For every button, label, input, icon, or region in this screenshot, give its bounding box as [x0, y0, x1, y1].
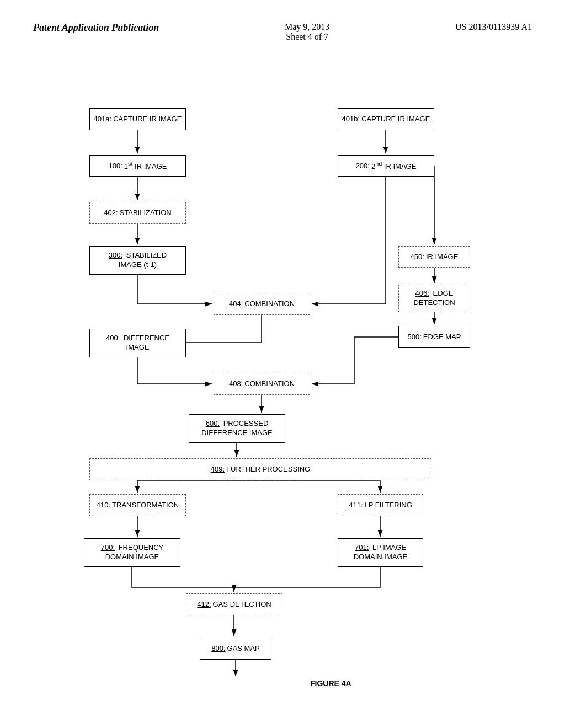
- box-411: 411: LP FILTERING: [338, 494, 423, 516]
- page: Patent Application Publication May 9, 20…: [0, 0, 565, 728]
- box-500: 500: EDGE MAP: [398, 326, 470, 348]
- text-800: GAS MAP: [227, 644, 260, 654]
- label-410: 410:: [97, 501, 110, 510]
- text-700b: DOMAIN IMAGE: [105, 553, 159, 562]
- date-label: May 9, 2013: [285, 22, 329, 32]
- label-412: 412:: [197, 600, 211, 609]
- box-300: 300: STABILIZED IMAGE (t-1): [89, 246, 186, 275]
- diagram: 401a: CAPTURE IR IMAGE 401b: CAPTURE IR …: [45, 75, 520, 704]
- text-401a: CAPTURE IR IMAGE: [113, 115, 182, 124]
- label-402: 402:: [104, 208, 118, 218]
- text-200: 2nd IR IMAGE: [371, 160, 416, 172]
- text-400b: IMAGE: [126, 343, 150, 352]
- text-411: LP FILTERING: [365, 501, 412, 510]
- box-401b: 401b: CAPTURE IR IMAGE: [338, 108, 434, 130]
- text-410: TRANSFORMATION: [112, 501, 179, 510]
- label-450: 450:: [411, 253, 424, 262]
- label-408: 408:: [229, 379, 243, 389]
- text-450: IR IMAGE: [426, 253, 459, 262]
- text-700a: FREQUENCY: [119, 543, 164, 552]
- label-100: 100:: [108, 162, 122, 171]
- figure-caption-text: FIGURE 4A: [310, 679, 351, 688]
- label-406: 406:: [415, 289, 429, 297]
- label-409: 409:: [211, 465, 225, 474]
- text-600a: PROCESSED: [223, 419, 269, 427]
- box-410: 410: TRANSFORMATION: [89, 494, 186, 516]
- label-200: 200:: [356, 162, 370, 171]
- patent-number: US 2013/0113939 A1: [455, 22, 532, 31]
- label-401b: 401b:: [342, 115, 360, 124]
- label-400: 400:: [106, 334, 120, 342]
- box-100: 100: 1st IR IMAGE: [89, 155, 186, 177]
- publication-label: Patent Application Publication: [33, 22, 159, 33]
- header: Patent Application Publication May 9, 20…: [33, 22, 532, 42]
- box-412: 412: GAS DETECTION: [186, 593, 282, 615]
- text-701b: DOMAIN IMAGE: [354, 553, 408, 562]
- box-200: 200: 2nd IR IMAGE: [338, 155, 434, 177]
- header-left: Patent Application Publication: [33, 22, 159, 34]
- text-701a: LP IMAGE: [372, 543, 406, 552]
- box-701: 701: LP IMAGE DOMAIN IMAGE: [338, 538, 423, 567]
- text-402: STABILIZATION: [120, 208, 172, 218]
- box-406: 406: EDGE DETECTION: [398, 285, 470, 312]
- text-412: GAS DETECTION: [213, 600, 271, 609]
- box-409: 409: FURTHER PROCESSING: [89, 458, 431, 480]
- box-401a: 401a: CAPTURE IR IMAGE: [89, 108, 186, 130]
- label-401a: 401a:: [94, 115, 112, 124]
- label-701: 701:: [355, 543, 369, 552]
- box-700: 700: FREQUENCY DOMAIN IMAGE: [84, 538, 180, 567]
- text-404: COMBINATION: [244, 299, 295, 309]
- figure-caption: FIGURE 4A: [310, 679, 351, 688]
- box-402: 402: STABILIZATION: [89, 202, 186, 224]
- text-401b: CAPTURE IR IMAGE: [361, 115, 430, 124]
- label-600: 600:: [206, 419, 220, 427]
- sheet-label: Sheet 4 of 7: [285, 32, 329, 42]
- label-411: 411:: [349, 501, 363, 510]
- text-500: EDGE MAP: [423, 333, 461, 342]
- text-400a: DIFFERENCE: [124, 334, 169, 342]
- text-406a: EDGE: [433, 289, 454, 297]
- text-406b: DETECTION: [413, 298, 455, 308]
- label-700: 700:: [101, 543, 115, 552]
- header-center: May 9, 2013 Sheet 4 of 7: [285, 22, 329, 42]
- text-600b: DIFFERENCE IMAGE: [201, 429, 273, 438]
- text-300a: STABILIZED: [126, 251, 167, 259]
- header-right: US 2013/0113939 A1: [455, 22, 532, 32]
- label-800: 800:: [211, 644, 225, 654]
- box-408: 408: COMBINATION: [214, 373, 310, 395]
- box-600: 600: PROCESSED DIFFERENCE IMAGE: [189, 414, 285, 443]
- label-300: 300:: [109, 251, 122, 259]
- box-800: 800: GAS MAP: [200, 638, 271, 660]
- box-450: 450: IR IMAGE: [398, 246, 470, 268]
- label-500: 500:: [408, 333, 422, 342]
- box-404: 404: COMBINATION: [214, 293, 310, 315]
- text-408: COMBINATION: [244, 379, 295, 389]
- text-409: FURTHER PROCESSING: [226, 465, 310, 474]
- box-400: 400: DIFFERENCE IMAGE: [89, 329, 186, 357]
- text-100: 1st IR IMAGE: [124, 160, 167, 172]
- text-300b: IMAGE (t-1): [119, 260, 157, 270]
- label-404: 404:: [229, 299, 243, 309]
